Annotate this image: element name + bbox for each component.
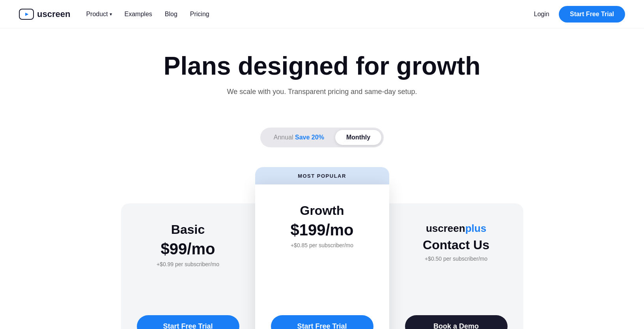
nav-left: uscreen Product ▾ Examples Blog Pricing bbox=[19, 9, 209, 20]
enterprise-plan-sub: +$0.50 per subscriber/mo bbox=[425, 256, 487, 262]
most-popular-banner: MOST POPULAR bbox=[255, 167, 389, 184]
hero-subtitle: We scale with you. Transparent pricing a… bbox=[9, 88, 635, 96]
uscreen-plus-logo: uscreen plus bbox=[426, 222, 486, 235]
logo-text: uscreen bbox=[37, 9, 70, 19]
billing-toggle: Annual Save 20% Monthly bbox=[0, 128, 644, 147]
nav-pricing[interactable]: Pricing bbox=[190, 11, 209, 18]
basic-start-trial-button[interactable]: Start Free Trial bbox=[137, 315, 239, 329]
annual-label: Annual bbox=[274, 134, 293, 141]
enterprise-plan-card: uscreen plus Contact Us +$0.50 per subsc… bbox=[389, 203, 523, 329]
growth-plan-price: $199/mo bbox=[290, 221, 353, 239]
nav-right: Login Start Free Trial bbox=[534, 6, 625, 23]
most-popular-label: MOST POPULAR bbox=[298, 173, 346, 179]
hero-section: Plans designed for growth We scale with … bbox=[0, 28, 644, 128]
logo-icon bbox=[19, 9, 34, 20]
chevron-down-icon: ▾ bbox=[110, 11, 112, 17]
nav-blog-label: Blog bbox=[165, 11, 177, 18]
basic-plan-sub: +$0.99 per subscriber/mo bbox=[157, 261, 219, 267]
navbar: uscreen Product ▾ Examples Blog Pricing … bbox=[0, 0, 644, 28]
nav-product[interactable]: Product ▾ bbox=[86, 11, 112, 18]
uscreen-plus-blue: plus bbox=[465, 222, 486, 235]
nav-product-label: Product bbox=[86, 11, 108, 18]
annual-toggle-option[interactable]: Annual Save 20% bbox=[263, 130, 335, 145]
book-demo-button[interactable]: Book a Demo bbox=[405, 315, 508, 329]
growth-plan-title: Growth bbox=[300, 203, 344, 218]
nav-examples-label: Examples bbox=[125, 11, 152, 18]
login-link[interactable]: Login bbox=[534, 11, 549, 18]
nav-blog[interactable]: Blog bbox=[165, 11, 177, 18]
monthly-toggle-option[interactable]: Monthly bbox=[335, 130, 381, 145]
basic-plan-price: $99/mo bbox=[161, 240, 215, 258]
uscreen-plus-dark: uscreen bbox=[426, 222, 465, 235]
nav-pricing-label: Pricing bbox=[190, 11, 209, 18]
growth-plan-card: Growth $199/mo +$0.85 per subscriber/mo … bbox=[255, 184, 389, 329]
growth-plan-sub: +$0.85 per subscriber/mo bbox=[291, 242, 353, 248]
logo[interactable]: uscreen bbox=[19, 9, 70, 20]
save-label: Save 20% bbox=[295, 134, 324, 141]
hero-title: Plans designed for growth bbox=[9, 52, 635, 80]
enterprise-plan-title: Contact Us bbox=[423, 238, 489, 252]
basic-plan-title: Basic bbox=[171, 222, 205, 237]
nav-start-free-trial-button[interactable]: Start Free Trial bbox=[559, 6, 625, 23]
growth-start-trial-button[interactable]: Start Free Trial bbox=[271, 315, 373, 329]
nav-links: Product ▾ Examples Blog Pricing bbox=[86, 11, 209, 18]
basic-plan-card: Basic $99/mo +$0.99 per subscriber/mo St… bbox=[121, 203, 255, 329]
nav-examples[interactable]: Examples bbox=[125, 11, 152, 18]
toggle-pill: Annual Save 20% Monthly bbox=[260, 128, 384, 147]
